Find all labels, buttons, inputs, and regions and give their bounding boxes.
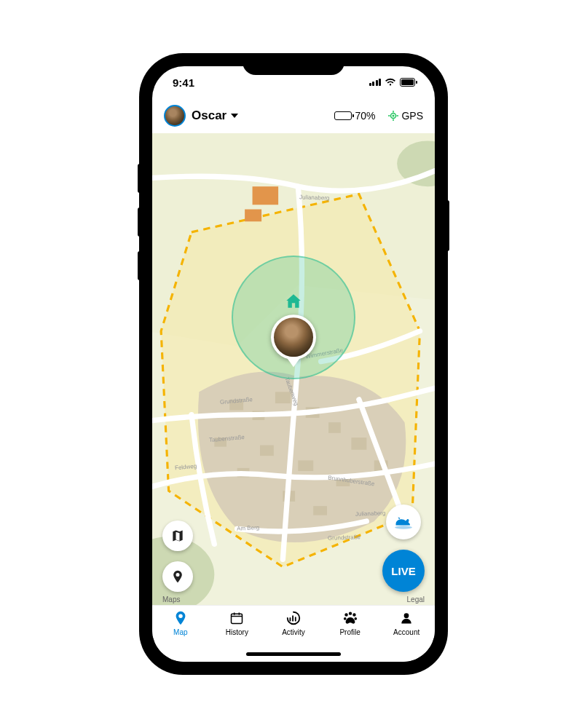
svg-rect-12 — [275, 392, 291, 403]
svg-rect-1 — [401, 79, 414, 85]
heatmap-button[interactable] — [386, 505, 421, 539]
map-attribution-right[interactable]: Legal — [407, 596, 425, 604]
live-tracking-button[interactable]: LIVE — [382, 550, 425, 592]
person-icon — [399, 610, 414, 626]
home-icon[interactable] — [284, 292, 303, 314]
calendar-icon — [229, 610, 244, 626]
map-attribution-left[interactable]: Maps — [162, 596, 180, 604]
gps-icon — [388, 111, 398, 121]
status-time: 9:41 — [173, 76, 194, 89]
battery-icon — [334, 111, 352, 120]
nav-label: Map — [173, 628, 187, 636]
svg-rect-2 — [416, 81, 417, 84]
nav-label: Account — [393, 628, 419, 636]
svg-point-30 — [352, 613, 355, 616]
nav-label: Profile — [339, 628, 360, 636]
chevron-down-icon — [231, 114, 238, 118]
screen: 9:41 Oscar 70% — [152, 66, 435, 662]
svg-rect-16 — [260, 446, 274, 456]
svg-rect-24 — [253, 186, 279, 205]
map-controls-right: LIVE — [382, 505, 425, 592]
svg-rect-27 — [232, 614, 243, 623]
pet-name-label: Oscar — [192, 108, 226, 123]
svg-rect-25 — [245, 210, 261, 222]
tracker-battery[interactable]: 70% — [334, 110, 375, 122]
location-pin-icon — [170, 569, 185, 584]
pet-location-pin[interactable] — [271, 314, 316, 360]
pet-avatar-small[interactable] — [164, 105, 186, 127]
nav-label: History — [226, 628, 248, 636]
cat-silhouette-icon — [393, 513, 414, 531]
svg-point-4 — [393, 115, 395, 117]
pet-avatar-pin — [274, 317, 313, 357]
gps-status[interactable]: GPS — [388, 110, 423, 122]
home-indicator[interactable] — [246, 652, 341, 656]
svg-point-31 — [343, 617, 346, 620]
wifi-icon — [385, 78, 396, 87]
svg-point-33 — [404, 613, 409, 618]
paw-icon — [342, 610, 358, 626]
svg-rect-18 — [298, 460, 313, 471]
map-fold-icon — [170, 529, 185, 543]
activity-icon — [285, 610, 302, 626]
phone-frame: 9:41 Oscar 70% — [141, 55, 446, 673]
svg-rect-21 — [313, 506, 327, 515]
svg-point-32 — [354, 617, 357, 620]
street-label: Julianaberg — [299, 194, 330, 202]
nav-label: Activity — [282, 628, 305, 636]
recenter-button[interactable] — [162, 561, 193, 592]
map-pin-icon — [173, 610, 189, 626]
nav-account[interactable]: Account — [378, 610, 435, 662]
svg-point-28 — [344, 613, 347, 616]
map-canvas[interactable]: Julianaberg Wimmerstraße Taubenweg Grund… — [152, 133, 435, 605]
app-header: Oscar 70% GPS — [152, 98, 435, 133]
svg-point-26 — [395, 526, 412, 529]
street-label: Am Berg — [237, 524, 260, 532]
cellular-signal-icon — [369, 79, 382, 86]
svg-point-29 — [348, 612, 351, 614]
street-label: Grundstraße — [327, 534, 360, 542]
notch — [243, 55, 344, 75]
gps-label: GPS — [401, 110, 423, 122]
status-right — [369, 78, 418, 87]
live-label: LIVE — [391, 565, 415, 577]
battery-status-icon — [400, 78, 417, 87]
svg-rect-14 — [328, 422, 341, 433]
pet-selector[interactable]: Oscar — [192, 108, 238, 123]
nav-map[interactable]: Map — [152, 610, 209, 662]
battery-percent-label: 70% — [355, 110, 375, 122]
map-layers-button[interactable] — [162, 521, 193, 551]
svg-rect-15 — [351, 438, 366, 450]
map-controls-left — [162, 521, 193, 592]
